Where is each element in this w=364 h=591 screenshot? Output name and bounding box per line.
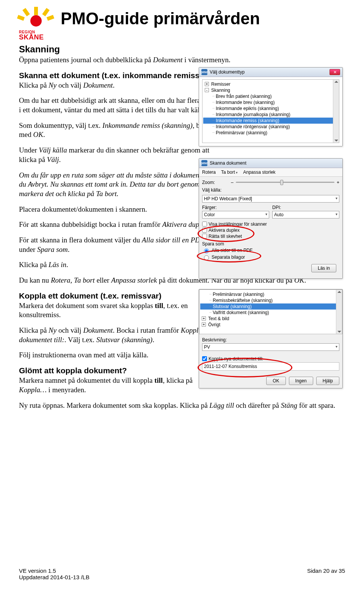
footer-updated: Uppdaterad 2014-01-13 /LB (19, 574, 89, 580)
skane-logo: REGIONSKÅNE (19, 8, 53, 42)
body-text: Som dokumenttyp, välj t.ex. Inkommande r… (19, 121, 220, 140)
zoom-slider[interactable]: –+ (231, 180, 339, 185)
body-text: För att skanna in flera dokument väljer … (19, 236, 220, 254)
pmo-icon: pmo (201, 160, 207, 166)
tree-item[interactable]: ┈Inkommande epikris (skanning) (203, 105, 338, 112)
tree-item[interactable]: ┈Slutsvar (skanning) (200, 303, 341, 310)
tree-item[interactable]: +Text & bild (200, 316, 341, 322)
tree-item[interactable]: -Skanning (203, 87, 338, 93)
tree-item[interactable]: ┈Inkommande brev (skanning) (203, 99, 338, 105)
body-text: Klicka på Ny och välj Dokument. (19, 81, 220, 90)
link-document-checkbox[interactable] (202, 356, 207, 361)
body-text: Klicka på Läs in. (19, 260, 220, 270)
tree-item[interactable]: +Övrigt (200, 322, 341, 328)
tree-item[interactable]: ┈Inkommande remiss (skanning) (203, 118, 338, 124)
all-pdf-radio[interactable] (204, 248, 209, 253)
scrollbar[interactable] (336, 290, 342, 334)
dpi-combo[interactable]: Auto (272, 211, 339, 218)
description-input[interactable]: PV (202, 343, 339, 351)
glomt-heading: Glömt att koppla dokument? (19, 366, 220, 375)
dpi-label: DPI: (272, 205, 339, 210)
skanning-heading: Skanning (19, 44, 345, 55)
source-combo[interactable]: HP HD Webcam [Fixed] (202, 195, 339, 203)
delete-button[interactable]: Ta bort (221, 170, 238, 175)
body-text: Om du har ett dubbelsidigt ark att skann… (19, 96, 220, 115)
body-text: Om du får upp en ruta som säger att du m… (19, 171, 220, 199)
body-text: Markera det dokument som svaret ska kopp… (19, 301, 220, 320)
tree-item[interactable]: ┈Valfritt dokument (skanning) (200, 310, 341, 316)
tree-item[interactable]: ┈Inkommande journalkopia (skanning) (203, 112, 338, 118)
dialog-title: Välj dokumenttyp (210, 69, 245, 75)
body-text: Under Välj källa markerar du din skanner… (19, 146, 220, 164)
footer-page: Sidan 20 av 35 (307, 567, 345, 580)
body-text: Klicka på Ny och välj Dokument. Bocka i … (19, 326, 220, 344)
separate-radio[interactable] (204, 255, 209, 260)
none-button[interactable]: Ingen (289, 377, 313, 385)
document-type-tree-2[interactable]: ┈Preliminärsvar (skanning)┈Remissbekräft… (199, 289, 342, 334)
color-combo[interactable]: Color (202, 211, 269, 218)
footer-version: VE version 1.5 (19, 567, 89, 574)
description-label: Beskrivning: (202, 337, 227, 343)
skanna-heading: Skanna ett dokument (t.ex. inkommande re… (19, 71, 220, 80)
color-label: Färger: (202, 205, 269, 210)
koppla-heading: Koppla ett dokument (t.ex. remissvar) (19, 291, 220, 300)
close-icon[interactable]: ✕ (329, 69, 340, 75)
scan-button[interactable]: Läs in (311, 264, 336, 272)
body-text: Markera namnet på dokumentet du vill kop… (19, 376, 220, 395)
tree-item[interactable]: ┈Brev från patient (skanning) (203, 93, 338, 99)
help-button[interactable]: Hjälp (316, 377, 339, 385)
tree-item[interactable]: ┈Preliminärsvar (skanning) (203, 130, 338, 136)
duplex-checkbox[interactable] (202, 228, 207, 233)
source-label: Välj källa: (202, 187, 229, 193)
body-text: För att skanna dubbelsidigt bocka i ruta… (19, 220, 220, 229)
show-settings-checkbox[interactable] (202, 222, 207, 226)
deskew-checkbox[interactable] (202, 234, 207, 239)
scrollbar[interactable] (333, 80, 339, 143)
fit-button[interactable]: Anpassa storlek (243, 170, 275, 175)
body-text: Placera dokumentet/dokumenten i skannern… (19, 205, 220, 214)
page-title: PMO-guide primärvården (61, 9, 260, 28)
linked-doc-field[interactable]: 2011-12-07 Konsultremiss (202, 362, 339, 371)
body-text: Följ instruktionerna ovan med att välja … (19, 351, 220, 360)
document-type-tree[interactable]: +Remisser-Skanning┈Brev från patient (sk… (202, 79, 339, 143)
body-text: Ny ruta öppnas. Markera dokumentet som s… (19, 401, 345, 410)
save-as-label: Spara som (202, 241, 339, 247)
tree-item[interactable]: ┈Preliminärsvar (skanning) (200, 291, 341, 297)
ok-button[interactable]: OK (266, 377, 286, 385)
zoom-label: Zoom: (202, 180, 229, 185)
tree-item[interactable]: ┈Remissbekräftelse (skanning) (200, 297, 341, 303)
tree-item[interactable]: ┈Inkommande röntgensvar (skanning) (203, 124, 338, 130)
body-text: Öppna patientens journal och dubbelklick… (19, 55, 345, 65)
pmo-icon: pmo (201, 69, 207, 75)
dialog-title: Skanna dokument (210, 160, 246, 166)
rotate-button[interactable]: Rotera (202, 170, 216, 175)
tree-item[interactable]: +Remisser (203, 81, 338, 87)
